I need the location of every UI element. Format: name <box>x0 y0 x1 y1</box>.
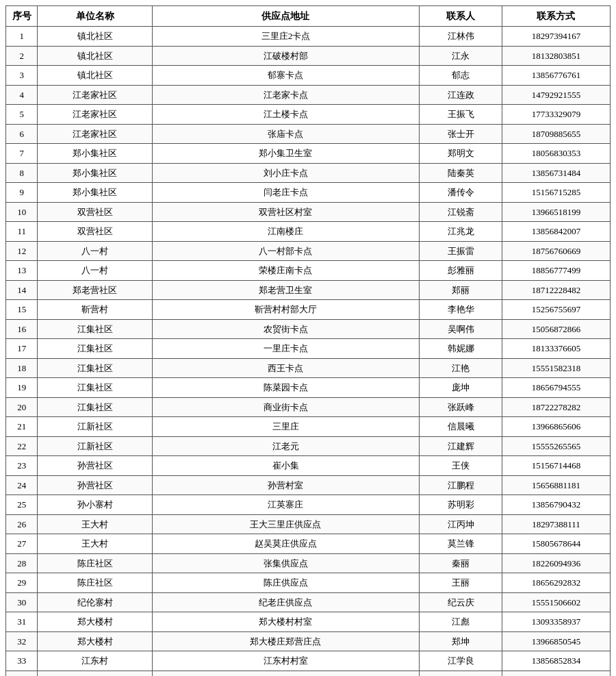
table-cell: 江集社区 <box>38 358 152 378</box>
table-cell: 31 <box>6 612 38 632</box>
table-cell: 商业街卡点 <box>152 397 419 417</box>
table-cell: 江学良 <box>420 651 502 671</box>
table-cell: 江鹏程 <box>420 475 502 495</box>
table-cell: 八一村 <box>38 261 152 281</box>
table-cell: 王大三里庄供应点 <box>152 514 419 534</box>
table-cell: 双营社区村室 <box>152 202 419 222</box>
table-cell: 24 <box>6 475 38 495</box>
table-cell: 靳营村 <box>38 300 152 320</box>
header-unit: 单位名称 <box>38 6 152 27</box>
table-cell: 4 <box>6 85 38 105</box>
table-cell: 潘传令 <box>420 183 502 203</box>
table-cell: 靳营村村部大厅 <box>152 300 419 320</box>
table-cell: 郑明文 <box>420 144 502 164</box>
table-cell: 15156715285 <box>502 183 610 203</box>
table-cell: 崔小集 <box>152 456 419 476</box>
table-cell: 6 <box>6 124 38 144</box>
table-cell: 14792921555 <box>502 85 610 105</box>
table-row: 26王大村王大三里庄供应点江丙坤18297388111 <box>6 514 611 534</box>
table-row: 15靳营村靳营村村部大厅李艳华15256755697 <box>6 300 611 320</box>
table-cell: 郑小集社区 <box>38 183 152 203</box>
table-cell: 王大村 <box>38 534 152 554</box>
table-cell: 江东村村室 <box>152 651 419 671</box>
table-cell: 三里庄2卡点 <box>152 27 419 47</box>
table-cell: 张集供应点 <box>152 553 419 573</box>
table-cell: 农贸街卡点 <box>152 319 419 339</box>
table-cell: 25 <box>6 495 38 515</box>
table-row: 23孙营社区崔小集王侠15156714468 <box>6 456 611 476</box>
table-cell: 李艳华 <box>420 300 502 320</box>
table-cell: 15156714468 <box>502 456 610 476</box>
table-cell: 27 <box>6 534 38 554</box>
table-cell: 18 <box>6 358 38 378</box>
table-row: 31郑大楼村郑大楼村村室江彪13093358937 <box>6 612 611 632</box>
table-cell: 1 <box>6 27 38 47</box>
table-row: 22江新社区江老元江建辉15555265565 <box>6 436 611 456</box>
table-cell: 郑大楼村 <box>38 631 152 651</box>
table-cell: 江锐斋 <box>420 202 502 222</box>
table-cell: 镇北社区 <box>38 27 152 47</box>
table-row: 9郑小集社区闫老庄卡点潘传令15156715285 <box>6 183 611 203</box>
table-cell: 江艳 <box>420 358 502 378</box>
table-cell: 江建辉 <box>420 436 502 456</box>
table-cell: 江集社区 <box>38 378 152 398</box>
table-cell: 陈庄社区 <box>38 573 152 593</box>
table-row: 32郑大楼村郑大楼庄郑营庄点郑坤13966850545 <box>6 631 611 651</box>
table-cell: 郁寨卡点 <box>152 66 419 86</box>
table-cell: 荣楼庄南卡点 <box>152 261 419 281</box>
table-cell: 孙营社区 <box>38 456 152 476</box>
table-cell: 镇北社区 <box>38 46 152 66</box>
table-cell: 苏明彩 <box>420 495 502 515</box>
table-cell: 信晨曦 <box>420 417 502 437</box>
table-cell: 郑老营社区 <box>38 280 152 300</box>
table-cell: 八一村部卡点 <box>152 241 419 261</box>
table-cell: 秦丽 <box>420 553 502 573</box>
table-cell: 13856790432 <box>502 495 610 515</box>
table-cell: 30 <box>6 592 38 612</box>
table-cell: 郑小集社区 <box>38 163 152 183</box>
table-cell: 15805678644 <box>502 534 610 554</box>
table-cell: 江土楼卡点 <box>152 105 419 125</box>
table-cell: 赵吴莫庄供应点 <box>152 534 419 554</box>
table-cell: 23 <box>6 456 38 476</box>
table-cell: 13093358937 <box>502 612 610 632</box>
table-row: 34江东村江后庄卡点任广峰18709892053 <box>6 671 611 676</box>
table-cell: 18709885655 <box>502 124 610 144</box>
table-cell: 18297394167 <box>502 27 610 47</box>
table-row: 27王大村赵吴莫庄供应点莫兰锋15805678644 <box>6 534 611 554</box>
table-cell: 张士开 <box>420 124 502 144</box>
table-cell: 3 <box>6 66 38 86</box>
table-cell: 34 <box>6 671 38 676</box>
table-cell: 13856842007 <box>502 222 610 242</box>
table-cell: 陆秦英 <box>420 163 502 183</box>
table-cell: 王大村 <box>38 514 152 534</box>
table-cell: 26 <box>6 514 38 534</box>
table-row: 5江老家社区江土楼卡点王振飞17733329079 <box>6 105 611 125</box>
table-cell: 22 <box>6 436 38 456</box>
table-cell: 孙小寨村 <box>38 495 152 515</box>
table-cell: 纪老庄供应点 <box>152 592 419 612</box>
table-cell: 10 <box>6 202 38 222</box>
table-cell: 18297388111 <box>502 514 610 534</box>
table-cell: 江后庄卡点 <box>152 671 419 676</box>
table-cell: 郁志 <box>420 66 502 86</box>
table-cell: 江集社区 <box>38 339 152 359</box>
header-addr: 供应点地址 <box>152 6 419 27</box>
table-cell: 12 <box>6 241 38 261</box>
table-cell: 江老元 <box>152 436 419 456</box>
table-row: 17江集社区一里庄卡点韩妮娜18133376605 <box>6 339 611 359</box>
table-cell: 13856852834 <box>502 651 610 671</box>
table-row: 11双营社区江南楼庄江兆龙13856842007 <box>6 222 611 242</box>
table-cell: 江彪 <box>420 612 502 632</box>
table-cell: 15551506602 <box>502 592 610 612</box>
table-cell: 江兆龙 <box>420 222 502 242</box>
table-cell: 江东村 <box>38 671 152 676</box>
table-cell: 15056872866 <box>502 319 610 339</box>
table-cell: 18712228482 <box>502 280 610 300</box>
table-cell: 郑坤 <box>420 631 502 651</box>
table-cell: 32 <box>6 631 38 651</box>
table-cell: 刘小庄卡点 <box>152 163 419 183</box>
table-row: 20江集社区商业街卡点张跃峰18722278282 <box>6 397 611 417</box>
table-cell: 18856777499 <box>502 261 610 281</box>
table-row: 16江集社区农贸街卡点吴啊伟15056872866 <box>6 319 611 339</box>
